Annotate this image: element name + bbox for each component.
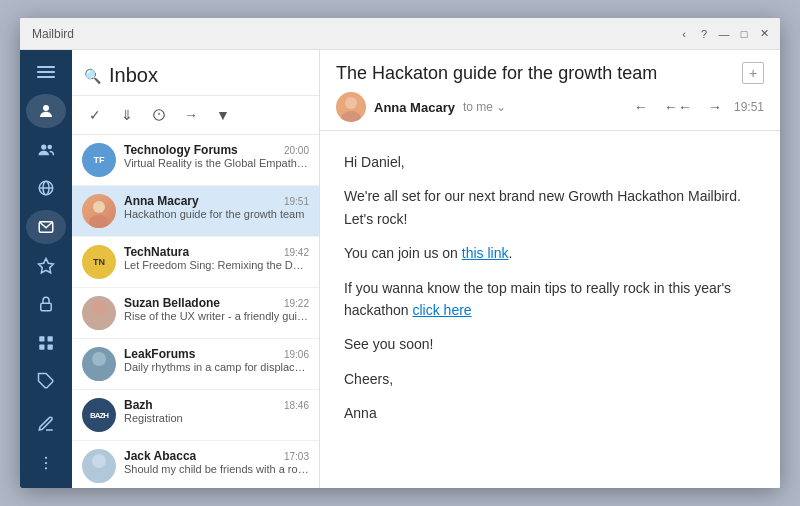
nav-icon-sent[interactable] bbox=[26, 287, 66, 322]
message-body: LeakForums 19:06 Daily rhythms in a camp… bbox=[124, 347, 309, 373]
nav-icon-apps[interactable] bbox=[26, 325, 66, 360]
message-body: Jack Abacca 17:03 Should my child be fri… bbox=[124, 449, 309, 475]
app-window: Mailbird ‹ ? — □ ✕ bbox=[20, 18, 780, 488]
sender-avatar bbox=[336, 92, 366, 122]
message-list: TF Technology Forums 20:00 Virtual Reali… bbox=[72, 135, 319, 488]
message-sender: Anna Macary bbox=[124, 194, 199, 208]
message-subject: Daily rhythms in a camp for displaced pe… bbox=[124, 361, 309, 373]
message-sender: Technology Forums bbox=[124, 143, 238, 157]
message-sender: Suzan Belladone bbox=[124, 296, 220, 310]
filter-button[interactable] bbox=[146, 102, 172, 128]
this-link[interactable]: this link bbox=[462, 245, 509, 261]
message-body: Technology Forums 20:00 Virtual Reality … bbox=[124, 143, 309, 169]
window-title: Mailbird bbox=[32, 27, 74, 41]
email-sender-info: Anna Macary to me ⌄ bbox=[336, 92, 506, 122]
message-body: Anna Macary 19:51 Hackathon guide for th… bbox=[124, 194, 309, 220]
svg-marker-7 bbox=[39, 258, 54, 272]
message-item[interactable]: Jack Abacca 17:03 Should my child be fri… bbox=[72, 441, 319, 488]
svg-point-0 bbox=[43, 105, 49, 111]
reading-pane: The Hackaton guide for the growth team +… bbox=[320, 50, 780, 488]
svg-point-16 bbox=[45, 467, 47, 469]
search-icon[interactable]: 🔍 bbox=[84, 68, 101, 84]
message-item[interactable]: Anna Macary 19:51 Hackathon guide for th… bbox=[72, 186, 319, 237]
nav-icon-inbox[interactable] bbox=[26, 210, 66, 245]
forward-email-button[interactable]: → bbox=[704, 97, 726, 117]
svg-point-24 bbox=[92, 352, 106, 366]
reply-button[interactable]: ← bbox=[630, 97, 652, 117]
svg-point-15 bbox=[45, 462, 47, 464]
message-sender: Bazh bbox=[124, 398, 153, 412]
message-time: 18:46 bbox=[284, 400, 309, 411]
nav-icon-tags[interactable] bbox=[26, 364, 66, 399]
svg-rect-12 bbox=[48, 344, 53, 349]
close-button[interactable]: ✕ bbox=[756, 26, 772, 42]
svg-point-27 bbox=[88, 470, 110, 483]
email-body-line1: We're all set for our next brand new Gro… bbox=[344, 185, 756, 230]
download-button[interactable]: ⇓ bbox=[114, 102, 140, 128]
svg-point-2 bbox=[48, 144, 53, 149]
message-sender: TechNatura bbox=[124, 245, 189, 259]
message-time: 19:42 bbox=[284, 247, 309, 258]
svg-rect-8 bbox=[41, 303, 52, 311]
email-body-line4: See you soon! bbox=[344, 333, 756, 355]
nav-icon-social[interactable] bbox=[26, 171, 66, 206]
email-signoff-name: Anna bbox=[344, 402, 756, 424]
email-header-bar: The Hackaton guide for the growth team +… bbox=[320, 50, 780, 131]
click-here-link[interactable]: click here bbox=[413, 302, 472, 318]
svg-rect-11 bbox=[39, 344, 44, 349]
maximize-button[interactable]: □ bbox=[736, 26, 752, 42]
message-subject: Let Freedom Sing: Remixing the Declarati… bbox=[124, 259, 309, 271]
svg-point-20 bbox=[93, 201, 105, 213]
email-time: 19:51 bbox=[734, 100, 764, 114]
email-closing: Cheers, bbox=[344, 368, 756, 390]
svg-point-1 bbox=[41, 144, 46, 149]
avatar bbox=[82, 296, 116, 330]
more-button[interactable]: ▼ bbox=[210, 102, 236, 128]
nav-icon-contacts[interactable] bbox=[26, 132, 66, 167]
email-greeting: Hi Daniel, bbox=[344, 151, 756, 173]
svg-point-21 bbox=[89, 215, 109, 228]
avatar: BAZH bbox=[82, 398, 116, 432]
email-subject-row: The Hackaton guide for the growth team + bbox=[336, 62, 764, 84]
avatar: TF bbox=[82, 143, 116, 177]
nav-icon-compose[interactable] bbox=[26, 407, 66, 442]
message-time: 19:51 bbox=[284, 196, 309, 207]
nav-icon-favorites[interactable] bbox=[26, 248, 66, 283]
help-button[interactable]: ? bbox=[696, 26, 712, 42]
email-meta-row: Anna Macary to me ⌄ ← ←← → 19:51 bbox=[336, 92, 764, 122]
avatar bbox=[82, 194, 116, 228]
svg-rect-10 bbox=[48, 336, 53, 341]
back-button[interactable]: ‹ bbox=[676, 26, 692, 42]
message-item[interactable]: BAZH Bazh 18:46 Registration bbox=[72, 390, 319, 441]
message-item[interactable]: TF Technology Forums 20:00 Virtual Reali… bbox=[72, 135, 319, 186]
nav-icon-profile[interactable] bbox=[26, 94, 66, 129]
email-body-line2: You can join us on this link. bbox=[344, 242, 756, 264]
svg-rect-9 bbox=[39, 336, 44, 341]
nav-icon-more[interactable] bbox=[26, 445, 66, 480]
svg-point-23 bbox=[88, 317, 110, 330]
main-content: 🔍 Inbox ✓ ⇓ → ▼ TF bbox=[20, 50, 780, 488]
message-body: Bazh 18:46 Registration bbox=[124, 398, 309, 424]
window-controls: ‹ ? — □ ✕ bbox=[676, 26, 772, 42]
message-subject: Registration bbox=[124, 412, 309, 424]
message-time: 17:03 bbox=[284, 451, 309, 462]
title-bar: Mailbird ‹ ? — □ ✕ bbox=[20, 18, 780, 50]
message-list-panel: 🔍 Inbox ✓ ⇓ → ▼ TF bbox=[72, 50, 320, 488]
message-item[interactable]: TN TechNatura 19:42 Let Freedom Sing: Re… bbox=[72, 237, 319, 288]
message-body: Suzan Belladone 19:22 Rise of the UX wri… bbox=[124, 296, 309, 322]
inbox-header: 🔍 Inbox bbox=[72, 50, 319, 96]
avatar bbox=[82, 449, 116, 483]
nav-sidebar bbox=[20, 50, 72, 488]
minimize-button[interactable]: — bbox=[716, 26, 732, 42]
hamburger-menu[interactable] bbox=[26, 58, 66, 86]
add-tab-button[interactable]: + bbox=[742, 62, 764, 84]
forward-button[interactable]: → bbox=[178, 102, 204, 128]
message-time: 19:22 bbox=[284, 298, 309, 309]
mark-read-button[interactable]: ✓ bbox=[82, 102, 108, 128]
email-actions: ← ←← → 19:51 bbox=[630, 97, 764, 117]
svg-point-26 bbox=[92, 454, 106, 468]
message-item[interactable]: Suzan Belladone 19:22 Rise of the UX wri… bbox=[72, 288, 319, 339]
reply-all-button[interactable]: ←← bbox=[660, 97, 696, 117]
message-item[interactable]: LeakForums 19:06 Daily rhythms in a camp… bbox=[72, 339, 319, 390]
svg-point-14 bbox=[45, 456, 47, 458]
